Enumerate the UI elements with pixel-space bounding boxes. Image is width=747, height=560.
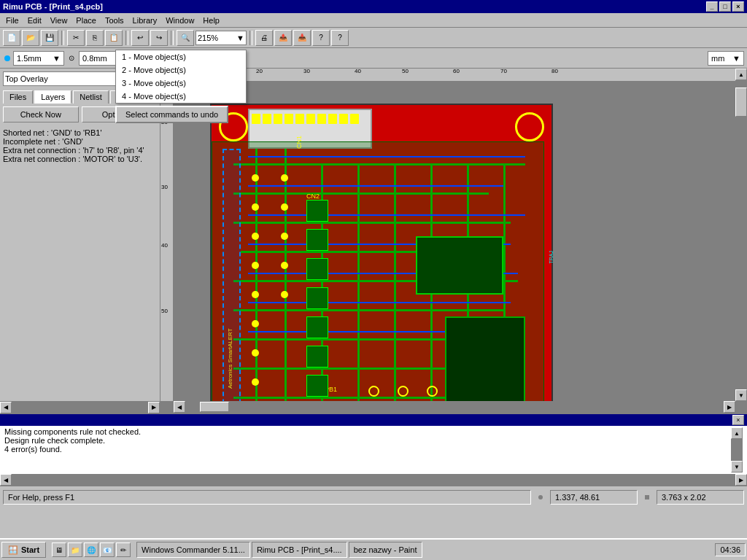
menu-help[interactable]: Help [198, 15, 224, 26]
copy-button[interactable]: ⎘ [86, 30, 104, 46]
cut-button[interactable]: ✂ [67, 30, 85, 46]
log-titlebar: × [0, 414, 747, 426]
taskbar-rimu-pcb[interactable]: Rimu PCB - [Print_s4.... [252, 542, 347, 558]
tab-netlist[interactable]: Netlist [73, 90, 109, 104]
zoom-btn1[interactable]: 🔍 [177, 30, 194, 46]
tab-files[interactable]: Files [3, 90, 33, 104]
selection-box [222, 149, 241, 413]
menu-bar: File Edit View Place Tools Library Windo… [0, 13, 747, 28]
wire-b3 [248, 214, 525, 216]
scroll-track[interactable] [12, 402, 148, 413]
log-close[interactable]: × [732, 415, 744, 425]
coordinates: 1.337, 48.61 [550, 490, 638, 505]
help2-btn[interactable]: ? [331, 30, 349, 46]
small-via-13 [252, 378, 259, 386]
log-vscroll-down[interactable]: ▼ [731, 461, 743, 472]
zoom-dropdown[interactable]: 215% ▼ [196, 31, 247, 45]
export-button[interactable]: 📤 [274, 30, 292, 46]
open-button[interactable]: 📂 [22, 30, 39, 46]
trace-v5 [394, 163, 396, 413]
trace-h1 [233, 163, 525, 166]
dropdown-item-3[interactable]: 3 - Move object(s) [116, 77, 246, 90]
menu-tools[interactable]: Tools [101, 15, 128, 26]
ic-small-6 [306, 346, 328, 368]
small-via-10 [281, 291, 288, 298]
wire-b2 [248, 185, 503, 187]
hscroll-left[interactable]: ◀ [174, 401, 185, 413]
vscroll-track[interactable] [735, 80, 747, 389]
log-vscroll-track[interactable] [731, 439, 743, 461]
ruler-40: 40 [355, 69, 361, 74]
ruler-20: 20 [256, 69, 263, 74]
ruler-70: 70 [500, 69, 507, 74]
menu-file[interactable]: File [1, 15, 23, 26]
vscroll-thumb[interactable] [735, 88, 747, 117]
maximize-button[interactable]: □ [719, 1, 731, 12]
start-button[interactable]: 🪟 Start [1, 542, 46, 558]
wc-label: Windows Commander 5.11... [142, 545, 245, 554]
print-button[interactable]: 🖨 [255, 30, 273, 46]
check-now-button[interactable]: Check Now [3, 106, 79, 122]
pcb-area[interactable]: 10 20 30 40 50 60 70 80 20 30 40 50 [160, 69, 747, 413]
redo-button[interactable]: ↪ [150, 30, 168, 46]
log-vscroll-up[interactable]: ▲ [731, 427, 743, 439]
vscroll-down[interactable]: ▼ [735, 389, 747, 401]
hscroll-track[interactable] [185, 401, 724, 413]
sep2 [125, 31, 128, 45]
minimize-button[interactable]: _ [706, 1, 718, 12]
quicklaunch-2[interactable]: 📁 [68, 542, 82, 557]
layer-indicator [4, 55, 10, 61]
scroll-left[interactable]: ◀ [0, 402, 12, 413]
menu-view[interactable]: View [46, 15, 72, 26]
hscroll: ◀ ▶ [174, 401, 735, 413]
unit-dropdown[interactable]: mm▼ [708, 51, 744, 66]
menu-library[interactable]: Library [128, 15, 162, 26]
small-via-7 [252, 262, 259, 269]
ruler-50-left: 50 [161, 308, 168, 314]
small-via-4 [281, 203, 288, 211]
hscroll-right[interactable]: ▶ [724, 401, 735, 413]
pcb-canvas[interactable]: CN1 CN2 PB1 R9 100k Aetronics SmartALERT… [174, 82, 735, 401]
undo-button[interactable]: ↩ [131, 30, 149, 46]
status-line-4: Extra net connection : 'MOTOR' to 'U3'. [3, 155, 157, 163]
log-hscroll-right[interactable]: ▶ [735, 474, 747, 486]
quicklaunch-1[interactable]: 🖥 [52, 542, 66, 557]
import-button[interactable]: 📥 [293, 30, 311, 46]
ruler-30-left: 30 [161, 184, 168, 190]
dropdown-item-1[interactable]: 1 - Move object(s) [116, 50, 246, 63]
via-mid-2 [398, 386, 409, 397]
new-button[interactable]: 📄 [3, 30, 20, 46]
scroll-right[interactable]: ▶ [148, 402, 160, 413]
sep1 [61, 31, 64, 45]
menu-edit[interactable]: Edit [23, 15, 46, 26]
menu-place[interactable]: Place [71, 15, 101, 26]
menu-window[interactable]: Window [161, 15, 198, 26]
taskbar-windows-commander[interactable]: Windows Commander 5.11... [136, 542, 250, 558]
small-via-6 [281, 233, 288, 240]
vscroll-up[interactable]: ▲ [735, 69, 747, 80]
trace-h2 [233, 192, 489, 195]
save-button[interactable]: 💾 [41, 30, 58, 46]
select-commands-undo-button[interactable]: Select commands to undo [115, 106, 228, 123]
help-btn[interactable]: ? [312, 30, 330, 46]
sep3 [171, 31, 174, 45]
taskbar-paint[interactable]: bez nazwy - Paint [349, 542, 422, 558]
log-hscroll-track[interactable] [12, 474, 735, 486]
hscroll-thumb[interactable] [200, 402, 229, 412]
tab-layers[interactable]: Layers [34, 90, 71, 104]
dropdown-item-2[interactable]: 2 - Move object(s) [116, 63, 246, 77]
dropdown-item-4[interactable]: 4 - Move object(s) [116, 90, 246, 103]
quicklaunch-3[interactable]: 🌐 [84, 542, 98, 557]
close-button[interactable]: × [732, 1, 744, 12]
small-via-12 [252, 349, 259, 357]
quicklaunch-4[interactable]: 📧 [100, 542, 115, 557]
layer-width-dropdown[interactable]: 1.5mm▼ [13, 51, 64, 66]
trace-h6 [233, 309, 503, 311]
status-bar: For Help, press F1 1.337, 48.61 3.763 x … [0, 486, 747, 508]
quicklaunch-5[interactable]: ✏ [116, 542, 131, 557]
small-via-1 [252, 174, 259, 182]
ic-small-5 [306, 316, 328, 338]
log-hscroll-left[interactable]: ◀ [0, 474, 12, 486]
large-ic [445, 316, 525, 411]
paste-button[interactable]: 📋 [105, 30, 123, 46]
